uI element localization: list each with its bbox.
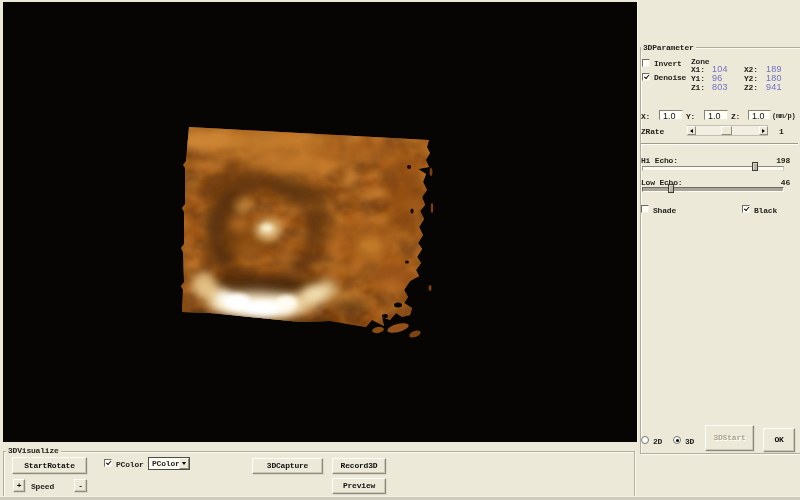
pcolor-combo-dropdown-button[interactable] <box>179 458 189 469</box>
separator-line <box>641 143 798 145</box>
hi-echo-value: 198 <box>760 156 790 165</box>
low-echo-slider-thumb[interactable] <box>668 184 674 193</box>
scale-x-label: X: <box>641 112 650 121</box>
zone-y2-label: Y2: <box>744 74 758 83</box>
3dstart-button[interactable]: 3DStart <box>705 425 754 451</box>
parameter-group-title: 3DParameter <box>641 43 696 52</box>
denoise-label: Denoise <box>654 73 686 82</box>
low-echo-label: Low Echo: <box>641 178 682 187</box>
visualize-group-title: 3DVisualize <box>6 446 61 455</box>
scale-y-label: Y: <box>686 112 695 121</box>
denoise-checkbox[interactable] <box>642 73 650 81</box>
black-checkbox[interactable] <box>742 205 750 213</box>
mode-3d-label: 3D <box>685 437 694 446</box>
capture-button[interactable]: 3DCapture <box>252 458 323 474</box>
zone-z2-label: Z2: <box>744 83 758 92</box>
hi-echo-label: Hi Echo: <box>641 156 678 165</box>
preview-button[interactable]: Preview <box>332 478 386 494</box>
scale-x-input[interactable]: 1.0 <box>659 110 683 120</box>
zrate-scrollbar[interactable] <box>687 125 768 136</box>
check-icon <box>643 74 648 79</box>
pcolor-combo-value: PColor <box>152 459 180 468</box>
hi-echo-slider-thumb[interactable] <box>752 162 758 171</box>
speed-plus-button[interactable]: + <box>13 479 25 492</box>
check-icon <box>105 460 110 465</box>
black-label: Black <box>754 206 777 215</box>
mode-2d-radio[interactable] <box>641 436 649 444</box>
start-rotate-button[interactable]: StartRotate <box>12 457 87 474</box>
pcolor-label: PColor <box>116 460 144 469</box>
scale-unit-label: (mm/p) <box>772 112 795 121</box>
arrow-left-icon <box>688 129 693 133</box>
shade-checkbox[interactable] <box>641 205 649 213</box>
scale-z-label: Z: <box>731 112 740 121</box>
radio-dot-icon <box>676 439 679 442</box>
zrate-scroll-left-button[interactable] <box>687 126 696 135</box>
mode-2d-label: 2D <box>653 437 662 446</box>
zrate-scroll-thumb[interactable] <box>721 126 732 135</box>
arrow-down-icon <box>182 462 186 467</box>
app-window: { "right_panel": { "group_title": "3DPar… <box>0 0 800 500</box>
speed-minus-button[interactable]: - <box>74 479 87 492</box>
low-echo-value: 46 <box>760 178 790 187</box>
arrow-right-icon <box>762 129 767 133</box>
zrate-label: ZRate <box>641 127 664 136</box>
zone-z1-value: 803 <box>712 83 728 92</box>
zrate-scroll-right-button[interactable] <box>759 126 768 135</box>
zone-x1-label: X1: <box>691 65 705 74</box>
speed-label: Speed <box>31 482 54 491</box>
check-icon <box>743 206 748 211</box>
mode-3d-radio[interactable] <box>673 436 681 444</box>
zrate-value: 1 <box>779 127 784 136</box>
pcolor-checkbox[interactable] <box>104 459 112 467</box>
zone-y1-label: Y1: <box>691 74 705 83</box>
zone-z1-label: Z1: <box>691 83 705 92</box>
zone-z2-value: 941 <box>766 83 782 92</box>
scale-y-input[interactable]: 1.0 <box>704 110 728 120</box>
hi-echo-slider-track[interactable] <box>642 166 784 171</box>
scale-z-input[interactable]: 1.0 <box>748 110 771 120</box>
invert-checkbox[interactable] <box>642 59 650 67</box>
low-echo-slider-track[interactable] <box>642 187 784 192</box>
zone-x2-label: X2: <box>744 65 758 74</box>
ultrasound-render <box>3 2 637 442</box>
invert-label: Invert <box>654 59 682 68</box>
pcolor-combobox[interactable]: PColor <box>148 457 190 470</box>
render-viewport[interactable] <box>3 2 637 442</box>
ok-button[interactable]: OK <box>763 428 795 452</box>
shade-label: Shade <box>653 206 676 215</box>
record-button[interactable]: Record3D <box>332 458 386 474</box>
panel-divider <box>637 0 638 442</box>
parameter-groupbox <box>640 47 800 454</box>
